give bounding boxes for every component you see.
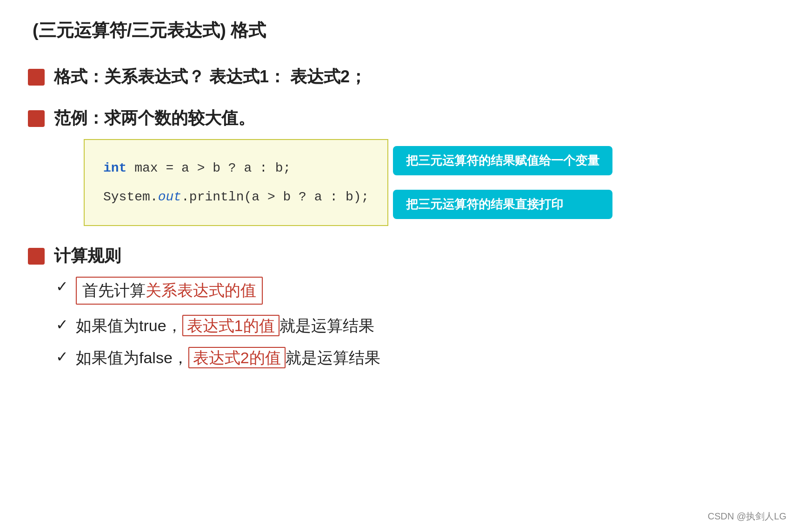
section-header-format: 格式：关系表达式？ 表达式1： 表达式2； [28,66,777,88]
code-line2-system: System. [103,190,158,204]
red-square-format [28,69,45,86]
rule-item-3: ✓ 如果值为false，表达式2的值就是运算结果 [56,347,777,369]
tooltip-line2: 把三元运算符的结果直接打印 [393,190,612,219]
keyword-int: int [103,161,126,175]
page-title: (三元运算符/三元表达式) 格式 [33,19,777,42]
code-line-2: System.out.println(a > b ? a : b); [103,183,369,212]
rule1-plain: 首先计算 [82,279,146,302]
tooltip-column: 把三元运算符的结果赋值给一个变量 把三元运算符的结果直接打印 [388,139,612,226]
code-line-1: int max = a > b ? a : b; [103,154,369,183]
section-rules: 计算规则 ✓ 首先计算关系表达式的值 ✓ 如果值为true，表达式1的值就是运算… [28,245,777,369]
rule3-plain: 如果值为false， [76,349,188,366]
code-block-wrapper: int max = a > b ? a : b; System.out.prin… [84,139,777,226]
checkmark-3: ✓ [56,348,68,366]
keyword-out: out [158,190,181,204]
section-format: 格式：关系表达式？ 表达式1： 表达式2； [28,66,777,88]
rule-text-2: 如果值为true，表达式1的值就是运算结果 [76,315,374,337]
rule2-highlight: 表达式1的值 [182,315,279,336]
rule-text-3: 如果值为false，表达式2的值就是运算结果 [76,347,380,369]
section-title-rules: 计算规则 [54,245,121,267]
section-title-format: 格式：关系表达式？ 表达式1： 表达式2； [54,66,366,88]
red-square-rules [28,248,45,265]
code-line2-suffix: .println(a > b ? a : b); [181,190,369,204]
watermark: CSDN @执剑人LG [708,510,786,523]
rules-list: ✓ 首先计算关系表达式的值 ✓ 如果值为true，表达式1的值就是运算结果 ✓ … [56,277,777,369]
red-square-example [28,110,45,127]
rule-item-2: ✓ 如果值为true，表达式1的值就是运算结果 [56,315,777,337]
rule1-highlight: 关系表达式的值 [146,279,256,302]
tooltip-line1: 把三元运算符的结果赋值给一个变量 [393,146,612,175]
rule3-highlight: 表达式2的值 [188,347,286,368]
rule2-plain: 如果值为true， [76,317,182,334]
checkmark-1: ✓ [56,278,68,295]
section-header-example: 范例：求两个数的较大值。 [28,107,777,130]
rule2-after: 就是运算结果 [279,317,374,334]
section-header-rules: 计算规则 [28,245,777,267]
code-line1-text: max = a > b ? a : b; [126,161,291,175]
code-block: int max = a > b ? a : b; System.out.prin… [84,139,388,226]
rule3-after: 就是运算结果 [286,349,380,366]
checkmark-2: ✓ [56,316,68,333]
rule-text-1: 首先计算关系表达式的值 [76,277,263,305]
rule-item-1: ✓ 首先计算关系表达式的值 [56,277,777,305]
section-title-example: 范例：求两个数的较大值。 [54,107,255,130]
section-example: 范例：求两个数的较大值。 int max = a > b ? a : b; Sy… [28,107,777,226]
